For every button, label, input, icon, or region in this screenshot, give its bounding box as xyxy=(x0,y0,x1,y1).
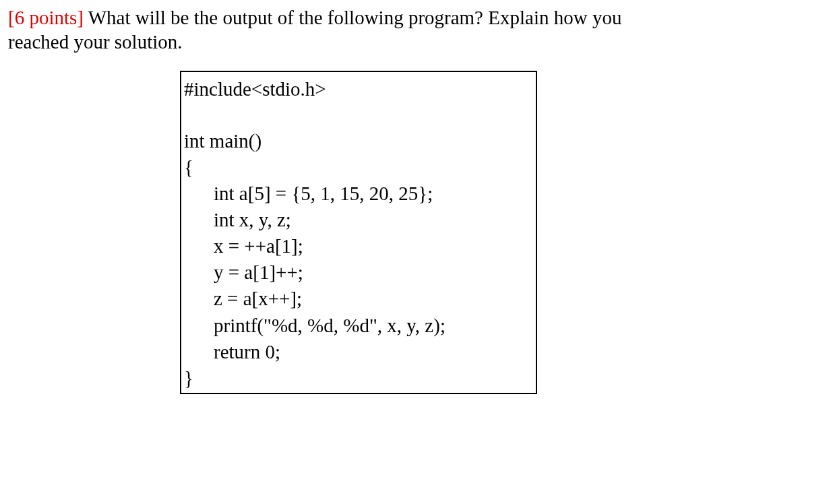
code-line: int a[5] = {5, 1, 15, 20, 25}; xyxy=(184,181,534,207)
code-line: return 0; xyxy=(184,339,534,365)
prompt-line-1: What will be the output of the following… xyxy=(84,7,621,28)
code-line: x = ++a[1]; xyxy=(184,233,534,259)
code-line: printf("%d, %d, %d", x, y, z); xyxy=(184,313,534,339)
code-line: int main() xyxy=(184,128,534,154)
code-line: #include<stdio.h> xyxy=(184,76,534,102)
code-line: z = a[x++]; xyxy=(184,286,534,312)
code-line: { xyxy=(184,154,534,181)
code-line: } xyxy=(184,365,534,391)
points-label: [6 points] xyxy=(8,7,84,28)
question-prompt: [6 points] What will be the output of th… xyxy=(8,5,825,55)
code-line: int x, y, z; xyxy=(184,207,534,233)
code-line: y = a[1]++; xyxy=(184,259,534,286)
prompt-line-2: reached your solution. xyxy=(8,31,183,53)
code-blank-line xyxy=(184,102,534,128)
code-block: #include<stdio.h> int main() { int a[5] … xyxy=(180,71,537,395)
